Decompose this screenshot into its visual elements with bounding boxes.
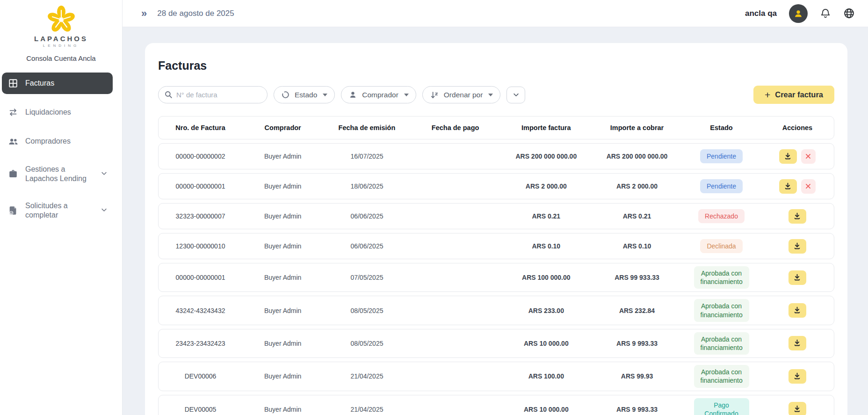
cell-buyer: Buyer Admin bbox=[242, 271, 323, 284]
status-circle-icon bbox=[281, 90, 290, 99]
download-invoice-button[interactable] bbox=[788, 209, 806, 224]
briefcase-icon bbox=[7, 168, 19, 180]
estado-filter-label: Estado bbox=[295, 91, 317, 99]
ordenar-filter[interactable]: Ordenar por bbox=[422, 86, 501, 103]
column-header: Nro. de Factura bbox=[159, 124, 242, 131]
cell-issue-date: 06/06/2025 bbox=[323, 210, 410, 223]
cell-receivable: ARS 200 000 000.00 bbox=[592, 150, 682, 163]
cell-pay-date bbox=[411, 341, 500, 346]
sort-icon bbox=[430, 90, 439, 100]
column-header: Acciones bbox=[761, 124, 834, 131]
current-date: 28 de agosto de 2025 bbox=[157, 9, 234, 18]
cell-receivable: ARS 0.21 bbox=[592, 210, 682, 223]
invoice-search bbox=[158, 86, 268, 103]
cell-pay-date bbox=[411, 407, 500, 412]
cancel-invoice-button[interactable] bbox=[801, 179, 816, 194]
sidebar-collapse-icon[interactable]: » bbox=[141, 8, 147, 19]
brand-logo: LAPACHOS LENDING bbox=[0, 0, 122, 48]
cell-estado: Aprobada con financiamiento bbox=[682, 296, 761, 324]
column-header: Fecha de emisión bbox=[323, 124, 410, 131]
sidebar-item-label: Gestiones a Lapachos Lending bbox=[25, 165, 94, 183]
cell-acciones bbox=[761, 333, 834, 353]
cell-acciones bbox=[761, 268, 834, 288]
user-avatar[interactable] bbox=[789, 4, 808, 23]
cell-receivable: ARS 99.93 bbox=[592, 370, 682, 383]
search-input[interactable] bbox=[158, 86, 268, 103]
cell-receivable: ARS 0.10 bbox=[592, 240, 682, 253]
chevron-down-icon bbox=[404, 94, 409, 96]
topbar: » 28 de agosto de 2025 ancla qa bbox=[123, 0, 868, 27]
table-row: 12300-00000010Buyer Admin06/06/2025ARS 0… bbox=[158, 233, 834, 259]
table-row: 32323-00000007Buyer Admin06/06/2025ARS 0… bbox=[158, 203, 834, 229]
cell-pay-date bbox=[411, 308, 500, 313]
language-button[interactable] bbox=[843, 7, 855, 19]
download-icon bbox=[793, 273, 802, 282]
search-icon bbox=[164, 90, 173, 99]
download-invoice-button[interactable] bbox=[788, 402, 806, 415]
column-header: Estado bbox=[682, 124, 761, 131]
status-badge: Aprobada con financiamiento bbox=[694, 332, 749, 355]
cell-issue-date: 06/06/2025 bbox=[323, 240, 410, 253]
sidebar-item-gestiones-a-lapachos-lending[interactable]: Gestiones a Lapachos Lending bbox=[2, 160, 113, 189]
cell-issue-date: 16/07/2025 bbox=[323, 150, 410, 163]
sidebar-item-liquidaciones[interactable]: Liquidaciones bbox=[2, 102, 113, 123]
cell-buyer: Buyer Admin bbox=[242, 403, 323, 415]
cell-acciones bbox=[761, 300, 834, 320]
ordenar-filter-label: Ordenar por bbox=[444, 91, 483, 99]
chevron-down-icon bbox=[101, 206, 108, 215]
cell-acciones bbox=[761, 146, 834, 167]
table-row: 43242-43243432Buyer Admin08/05/2025ARS 2… bbox=[158, 296, 834, 325]
cell-receivable: ARS 232.84 bbox=[592, 304, 682, 317]
cell-buyer: Buyer Admin bbox=[242, 304, 323, 317]
more-filters-button[interactable] bbox=[506, 87, 525, 103]
cell-estado: Aprobada con financiamiento bbox=[682, 362, 761, 390]
cell-acciones bbox=[761, 176, 834, 197]
lapachos-flower-icon bbox=[46, 5, 77, 34]
cell-issue-date: 07/05/2025 bbox=[323, 271, 410, 284]
create-invoice-button[interactable]: + Crear factura bbox=[753, 86, 834, 104]
download-invoice-button[interactable] bbox=[788, 303, 806, 318]
download-icon bbox=[793, 339, 802, 348]
sidebar-item-compradores[interactable]: Compradores bbox=[2, 131, 113, 152]
comprador-filter[interactable]: Comprador bbox=[341, 86, 416, 103]
console-label: Consola Cuenta Ancla bbox=[0, 54, 122, 62]
column-header: Importe factura bbox=[500, 124, 592, 131]
chevron-down-icon bbox=[101, 170, 108, 179]
download-invoice-button[interactable] bbox=[788, 369, 806, 384]
sidebar-item-label: Compradores bbox=[25, 137, 108, 146]
estado-filter[interactable]: Estado bbox=[274, 86, 335, 103]
cell-amount: ARS 233.00 bbox=[500, 304, 592, 317]
sidebar-item-solicitudes-a-completar[interactable]: Solicitudes a completar bbox=[2, 196, 113, 225]
cell-receivable: ARS 99 933.33 bbox=[592, 271, 682, 284]
comprador-filter-label: Comprador bbox=[362, 91, 398, 99]
table-row: 23423-23432423Buyer Admin08/05/2025ARS 1… bbox=[158, 329, 834, 358]
download-invoice-button[interactable] bbox=[779, 149, 797, 164]
cell-acciones bbox=[761, 366, 834, 386]
download-icon bbox=[793, 212, 802, 221]
cancel-invoice-button[interactable] bbox=[801, 149, 816, 164]
download-icon bbox=[793, 242, 802, 251]
table-row: DEV00005Buyer Admin21/04/2025ARS 10 000.… bbox=[158, 395, 834, 415]
cell-invoice: 12300-00000010 bbox=[159, 240, 242, 253]
cell-receivable: ARS 9 993.33 bbox=[592, 337, 682, 350]
user-name: ancla qa bbox=[745, 9, 777, 18]
people-icon bbox=[7, 136, 19, 147]
cell-issue-date: 21/04/2025 bbox=[323, 403, 410, 415]
grid-icon bbox=[7, 78, 19, 89]
status-badge: Aprobada con financiamiento bbox=[694, 299, 749, 321]
download-invoice-button[interactable] bbox=[779, 179, 797, 194]
cell-invoice: 32323-00000007 bbox=[159, 210, 242, 223]
download-icon bbox=[793, 405, 802, 414]
notifications-button[interactable] bbox=[820, 8, 831, 19]
download-invoice-button[interactable] bbox=[788, 239, 806, 254]
download-invoice-button[interactable] bbox=[788, 270, 806, 285]
status-badge: Pago Confirmado bbox=[694, 398, 749, 415]
sidebar-item-facturas[interactable]: Facturas bbox=[2, 73, 113, 94]
download-invoice-button[interactable] bbox=[788, 336, 806, 350]
column-header: Fecha de pago bbox=[411, 124, 500, 131]
clipboard-check-icon bbox=[7, 205, 19, 216]
download-icon bbox=[783, 152, 792, 161]
cell-estado: Pago Confirmado bbox=[682, 395, 761, 415]
cell-pay-date bbox=[411, 243, 500, 249]
cell-estado: Pendiente bbox=[682, 176, 761, 196]
